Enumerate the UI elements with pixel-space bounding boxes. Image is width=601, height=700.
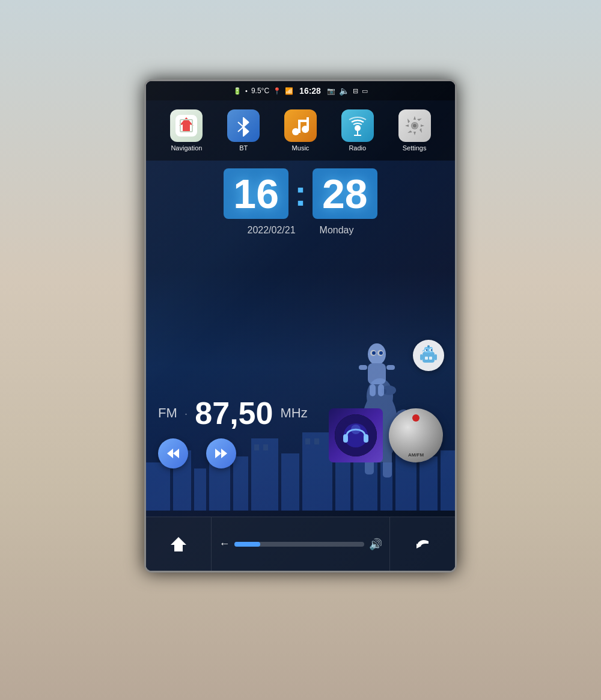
radio-frequency-display: 87,50: [195, 398, 273, 429]
volume-control-area: ← 🔊: [212, 517, 389, 571]
svg-point-62: [426, 349, 428, 351]
settings-app-label: Settings: [403, 144, 427, 152]
minutes-block: 28: [313, 168, 377, 219]
svg-rect-30: [359, 365, 367, 370]
rewind-icon: [166, 446, 180, 461]
svg-rect-67: [429, 357, 432, 360]
radio-unit-label: MHz: [280, 405, 307, 421]
headphones-art-icon: [335, 414, 377, 456]
fast-forward-icon: [214, 446, 228, 461]
svg-point-63: [431, 349, 433, 351]
svg-rect-31: [386, 365, 395, 370]
navigation-app-icon[interactable]: Navigation: [170, 109, 203, 152]
svg-rect-58: [423, 352, 435, 363]
home-icon: [169, 535, 188, 553]
album-art: [329, 408, 383, 462]
bluetooth-app-label: BT: [239, 144, 248, 152]
speaker-icon: 🔈: [339, 86, 349, 96]
return-icon: [413, 535, 432, 553]
svg-rect-33: [378, 384, 384, 396]
navigation-app-label: Navigation: [171, 144, 202, 152]
svg-point-57: [413, 124, 416, 127]
radio-band-label: FM: [158, 405, 177, 421]
svg-rect-32: [370, 384, 376, 396]
wifi-icon: 📶: [285, 87, 293, 95]
window-icon: ▭: [362, 87, 368, 95]
svg-rect-51: [298, 120, 309, 122]
svg-point-75: [351, 425, 361, 434]
svg-point-69: [427, 345, 430, 348]
clock-area: 16 : 28 2022/02/21 Monday: [146, 168, 455, 236]
character-icon: [353, 342, 401, 402]
svg-point-37: [379, 351, 383, 355]
date-display: 2022/02/21: [248, 225, 296, 236]
svg-point-36: [372, 351, 376, 355]
rewind-button[interactable]: [158, 438, 188, 468]
robot-icon: [418, 345, 439, 366]
svg-marker-77: [173, 449, 179, 458]
radio-media-area: AM/FM: [158, 438, 443, 499]
robot-assistant-button[interactable]: [413, 340, 444, 371]
svg-marker-80: [171, 537, 186, 551]
settings-app-icon[interactable]: Settings: [398, 109, 431, 152]
radio-section: FM · 87,50 MHz: [146, 398, 455, 499]
music-app-icon[interactable]: Music: [284, 109, 317, 152]
screen-content: 🔋 • 9.5°C 📍 📶 16:28 📷 🔈 ⊟ ▭: [146, 81, 455, 571]
navigation-icon-wrapper: [170, 109, 203, 142]
volume-up-icon: 🔊: [369, 538, 382, 551]
volume-back-icon: ←: [219, 538, 230, 550]
camera-icon: 📷: [327, 87, 335, 95]
clock-date-row: 2022/02/21 Monday: [248, 225, 354, 236]
clock-display: 16 : 28: [224, 168, 377, 219]
clock-colon: :: [294, 176, 307, 212]
bluetooth-icon: [234, 115, 252, 137]
temperature-display: 9.5°C: [251, 87, 269, 95]
radio-icon-wrapper: [341, 109, 374, 142]
radio-waves-icon: [347, 115, 368, 137]
fast-forward-button[interactable]: [206, 438, 236, 468]
svg-marker-78: [215, 449, 221, 458]
car-screen: 🔋 • 9.5°C 📍 📶 16:28 📷 🔈 ⊟ ▭: [144, 79, 457, 573]
bluetooth-app-icon[interactable]: BT: [227, 109, 260, 152]
svg-rect-66: [425, 357, 428, 360]
volume-slider[interactable]: [234, 542, 364, 547]
radio-app-label: Radio: [349, 144, 366, 152]
status-separator: •: [245, 87, 248, 94]
tuner-dot: [412, 414, 419, 422]
tuner-label: AM/FM: [408, 452, 424, 458]
status-bar-content: 🔋 • 9.5°C 📍 📶 16:28 📷 🔈 ⊟ ▭: [233, 86, 368, 96]
gear-icon: [404, 115, 426, 137]
bluetooth-icon-wrapper: [227, 109, 260, 142]
svg-marker-76: [167, 449, 173, 458]
cast-icon: ⊟: [353, 87, 358, 95]
home-button[interactable]: [146, 517, 212, 571]
radio-separator: ·: [185, 407, 188, 420]
status-bar: 🔋 • 9.5°C 📍 📶 16:28 📷 🔈 ⊟ ▭: [146, 81, 455, 100]
app-icons-row: Navigation BT: [146, 100, 455, 161]
svg-point-52: [355, 125, 361, 131]
svg-rect-29: [368, 363, 386, 384]
radio-app-icon[interactable]: Radio: [341, 109, 374, 152]
map-icon: [175, 115, 197, 137]
clock-status: 16:28: [299, 86, 321, 96]
music-app-label: Music: [292, 144, 310, 152]
svg-rect-65: [435, 354, 437, 360]
volume-bar-fill: [234, 542, 260, 547]
minutes-display: 28: [322, 171, 368, 216]
location-icon: 📍: [273, 87, 281, 95]
svg-rect-50: [307, 117, 309, 130]
bottom-nav-bar: ← 🔊: [146, 517, 455, 571]
hours-display: 16: [233, 171, 279, 216]
svg-marker-79: [221, 449, 227, 458]
battery-icon: 🔋: [233, 87, 242, 95]
svg-rect-74: [364, 434, 368, 443]
music-icon-wrapper: [284, 109, 317, 142]
svg-rect-64: [420, 354, 423, 360]
music-note-icon: [290, 115, 311, 137]
hours-block: 16: [224, 168, 288, 219]
svg-rect-73: [343, 434, 348, 443]
day-display: Monday: [320, 225, 354, 236]
settings-icon-wrapper: [398, 109, 431, 142]
tuner-dial[interactable]: AM/FM: [389, 408, 443, 462]
back-button[interactable]: [390, 517, 455, 571]
